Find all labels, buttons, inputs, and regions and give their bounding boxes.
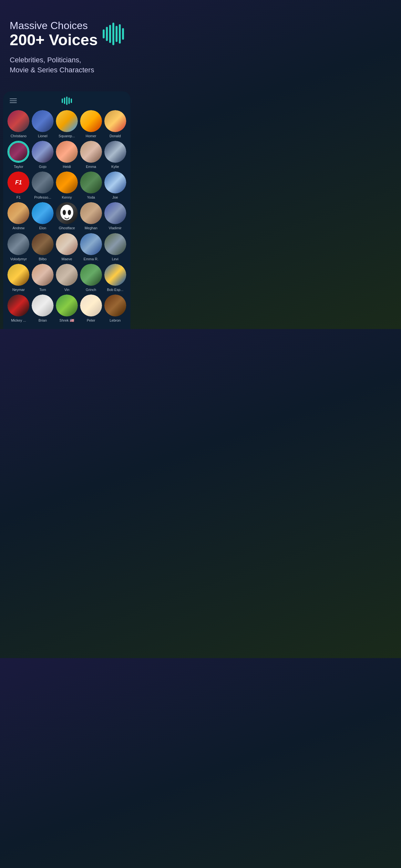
voice-item-taylor[interactable]: Taylor [7, 141, 30, 169]
voice-item-maeve[interactable]: Maeve [56, 233, 79, 261]
svg-point-0 [60, 205, 73, 220]
voice-avatar-inner-shrek [56, 294, 78, 316]
voice-item-homer[interactable]: Homer [80, 110, 102, 138]
voice-name-taylor: Taylor [14, 165, 23, 169]
voice-name-f1: F1 [17, 195, 21, 199]
voice-name-maeve: Maeve [61, 257, 72, 261]
voice-name-kenny: Kenny [62, 195, 72, 199]
voice-item-tom[interactable]: Tom [31, 264, 54, 292]
voice-item-lebron[interactable]: Lebron [104, 294, 127, 322]
voice-name-vladimir: Vladimir [109, 226, 122, 230]
f1-logo: F1 [15, 179, 22, 186]
voice-item-vladimir[interactable]: Vladimir [104, 202, 127, 230]
voice-item-peter[interactable]: Peter [80, 294, 102, 322]
voice-item-kenny[interactable]: Kenny [56, 172, 79, 199]
voice-item-ghostface[interactable]: Ghostface [56, 202, 79, 230]
voice-avatar-donald [104, 110, 126, 132]
voice-item-bilbo[interactable]: Bilbo [31, 233, 54, 261]
voice-item-kylie[interactable]: Kylie [104, 141, 127, 169]
voice-avatar-inner-peter [80, 294, 102, 316]
hamburger-menu-icon[interactable] [10, 98, 17, 103]
voice-item-elon[interactable]: Elon [31, 202, 54, 230]
voice-item-emma[interactable]: Emma [80, 141, 102, 169]
voice-item-mickey[interactable]: Mickey ... [7, 294, 30, 322]
voice-avatar-christiano [7, 110, 29, 132]
voice-item-shrek[interactable]: Shrek 🇺🇸 [56, 294, 79, 322]
voice-avatar-elon [32, 202, 54, 224]
voice-item-emmar[interactable]: Emma R. [80, 233, 102, 261]
voice-name-gojo: Gojo [39, 165, 47, 169]
voice-name-shrek: Shrek 🇺🇸 [59, 318, 74, 322]
voice-avatar-inner-mickey [7, 294, 29, 316]
voice-avatar-inner-bobesp [104, 264, 126, 286]
voice-avatar-inner-neymar [7, 264, 29, 286]
voice-avatar-emma [80, 141, 102, 163]
voice-item-volodymyr[interactable]: Volodymyr [7, 233, 30, 261]
app-wave-bar-1 [62, 98, 63, 103]
voice-avatar-bilbo [32, 233, 54, 255]
voice-avatar-neymar [7, 264, 29, 286]
svg-point-1 [63, 210, 66, 215]
voice-item-grinch[interactable]: Grinch [80, 264, 102, 292]
voice-avatar-maeve [56, 233, 78, 255]
wave-bar-1 [103, 29, 104, 38]
voice-name-meghan: Meghan [85, 226, 97, 230]
voice-avatar-inner-tom [32, 264, 54, 286]
voice-avatar-levi [104, 233, 126, 255]
wave-bar-4 [112, 23, 114, 45]
voice-name-tom: Tom [39, 288, 46, 292]
voice-name-homer: Homer [86, 134, 96, 138]
voice-avatar-inner-homer [80, 110, 102, 132]
app-wave-bar-2 [64, 97, 65, 104]
voice-item-meghan[interactable]: Meghan [80, 202, 102, 230]
voice-item-bobesp[interactable]: Bob Esp... [104, 264, 127, 292]
voice-avatar-inner-levi [104, 233, 126, 255]
app-wave-bar-5 [71, 98, 72, 103]
wave-bar-3 [109, 25, 111, 43]
voice-item-professor[interactable]: Professo... [31, 172, 54, 199]
voice-avatar-emmar [80, 233, 102, 255]
voice-avatar-kylie [104, 141, 126, 163]
voice-avatar-homer [80, 110, 102, 132]
voice-item-andrew[interactable]: Andrew [7, 202, 30, 230]
voice-item-neymar[interactable]: Neymar [7, 264, 30, 292]
voice-item-donald[interactable]: Donald [104, 110, 127, 138]
voice-item-heidi[interactable]: Heidi [56, 141, 79, 169]
voice-avatar-f1: F1 [7, 172, 29, 193]
wave-bar-7 [122, 28, 124, 40]
voice-name-vin: Vin [64, 288, 69, 292]
voice-item-f1[interactable]: F1F1 [7, 172, 30, 199]
voice-item-gojo[interactable]: Gojo [31, 141, 54, 169]
voice-name-lionel: Lionel [38, 134, 48, 138]
voice-avatar-lebron [104, 294, 126, 316]
voice-avatar-inner-taylor [8, 142, 28, 162]
voice-avatar-inner-professor [32, 172, 54, 193]
voice-avatar-inner-christiano [7, 110, 29, 132]
voice-avatar-inner-f1: F1 [7, 172, 29, 193]
voice-avatar-inner-andrew [7, 202, 29, 224]
voice-avatar-inner-kenny [56, 172, 78, 193]
voice-name-squarep: Squarep... [59, 134, 75, 138]
voice-item-lionel[interactable]: Lionel [31, 110, 54, 138]
voice-avatar-inner-vin [56, 264, 78, 286]
voice-name-mickey: Mickey ... [11, 318, 26, 322]
voice-item-vin[interactable]: Vin [56, 264, 79, 292]
voice-name-neymar: Neymar [12, 288, 25, 292]
voice-avatar-professor [32, 172, 54, 193]
header-title: 200+ Voices [10, 32, 98, 49]
voice-item-brian[interactable]: Brian [31, 294, 54, 322]
voice-item-levi[interactable]: Levi [104, 233, 127, 261]
voice-name-donald: Donald [110, 134, 121, 138]
voice-name-peter: Peter [87, 318, 95, 322]
voice-avatar-peter [80, 294, 102, 316]
voice-item-christiano[interactable]: Christiano [7, 110, 30, 138]
voice-item-yoda[interactable]: Yoda [80, 172, 102, 199]
voice-avatar-inner-yoda [80, 172, 102, 193]
voice-name-grinch: Grinch [86, 288, 96, 292]
voice-name-elon: Elon [39, 226, 46, 230]
voice-item-joe[interactable]: Joe [104, 172, 127, 199]
voice-item-squarep[interactable]: Squarep... [56, 110, 79, 138]
voice-name-emmar: Emma R. [84, 257, 98, 261]
voice-name-bobesp: Bob Esp... [107, 288, 123, 292]
voice-avatar-inner-heidi [56, 141, 78, 163]
